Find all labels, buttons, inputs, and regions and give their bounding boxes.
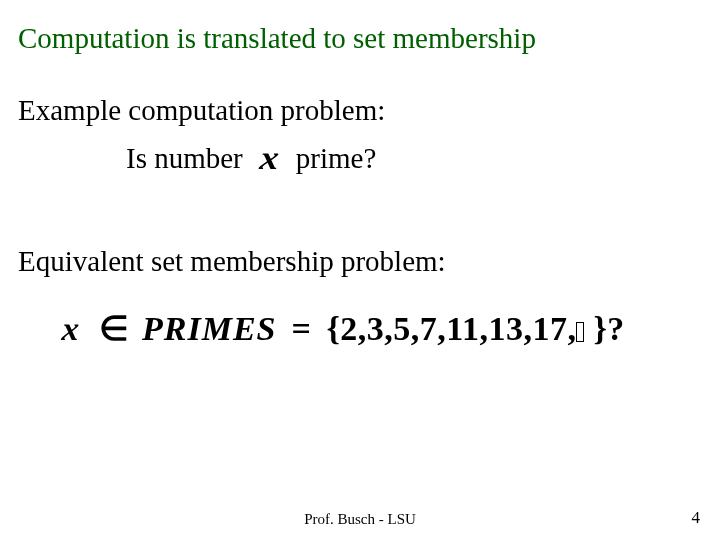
example-question: Is number x prime? [126,139,702,177]
slide: Computation is translated to set members… [0,0,720,540]
variable-x: x [254,139,285,177]
page-number: 4 [692,508,701,528]
set-open: { [326,310,340,347]
set-close: }? [593,310,624,347]
equals-sign: = [286,310,318,347]
set-members: 2,3,5,7,11,13,17, [340,310,576,347]
question-prefix: Is number [126,142,243,175]
set-name: PRIMES [142,310,277,347]
slide-title: Computation is translated to set members… [18,20,702,56]
footer-text: Prof. Busch - LSU [0,511,720,528]
equivalent-label: Equivalent set membership problem: [18,245,702,278]
question-suffix: prime? [296,142,377,175]
formula-var: x [61,310,87,348]
placeholder-box [576,322,584,342]
element-of-symbol: ∈ [95,310,134,347]
membership-formula: x ∈ PRIMES = {2,3,5,7,11,13,17, }? [62,308,702,348]
example-label: Example computation problem: [18,94,702,127]
